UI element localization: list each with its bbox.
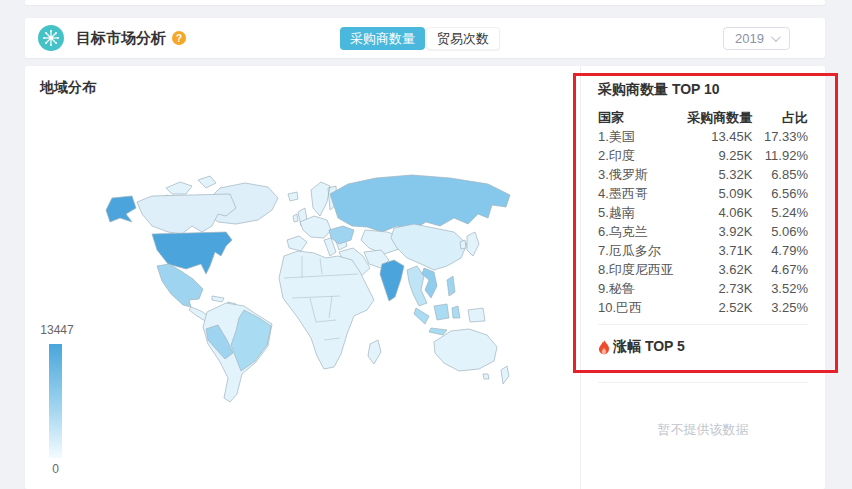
country-cell: 2.印度 [598,146,674,165]
philippines [447,276,455,296]
tab-trade-times[interactable]: 贸易次数 [426,27,500,50]
share-cell: 6.85% [752,165,808,184]
top10-panel: 采购商数量 TOP 10 国家 采购商数量 占比 1.美国 13.45K 17.… [581,66,825,489]
new-zealand-tasmania [483,366,509,384]
share-cell: 4.79% [752,241,808,260]
value-cell: 9.25K [674,146,753,165]
value-cell: 13.45K [674,127,753,146]
value-cell: 5.32K [674,165,753,184]
country-cell: 6.乌克兰 [598,222,674,241]
metric-toggle-group: 采购商数量 贸易次数 [340,27,500,50]
module-header-card: 目标市场分析 ? 采购商数量 贸易次数 2019 [25,18,825,58]
top10-title: 采购商数量 TOP 10 [598,81,808,97]
flame-icon [598,340,610,355]
iberia [287,236,307,251]
share-cell: 17.33% [752,127,808,146]
year-dropdown-value: 2019 [735,31,764,46]
table-row[interactable]: 4.墨西哥 5.09K 6.56% [598,184,808,203]
country-cell: 5.越南 [598,203,674,222]
share-cell: 5.24% [752,203,808,222]
share-cell: 3.52% [752,279,808,298]
page-title: 目标市场分析 [76,29,166,48]
world-choropleth-map[interactable] [40,150,565,425]
col-share: 占比 [752,108,808,127]
col-value: 采购商数量 [674,108,753,127]
table-row[interactable]: 2.印度 9.25K 11.92% [598,146,808,165]
legend-min-label: 0 [43,462,68,476]
analysis-card: 地域分布 13 [25,66,825,489]
tab-purchaser-count[interactable]: 采购商数量 [340,27,425,50]
table-row[interactable]: 7.厄瓜多尔 3.71K 4.79% [598,241,808,260]
country-cell: 3.俄罗斯 [598,165,674,184]
table-row[interactable]: 6.乌克兰 3.92K 5.06% [598,222,808,241]
table-row[interactable]: 8.印度尼西亚 3.62K 4.67% [598,260,808,279]
country-canada[interactable] [137,194,236,234]
country-india[interactable] [380,260,404,301]
share-cell: 6.56% [752,184,808,203]
share-cell: 5.06% [752,222,808,241]
share-cell: 3.25% [752,298,808,317]
new-guinea [468,308,485,322]
value-cell: 2.52K [674,298,753,317]
australia [434,329,497,371]
value-cell: 3.62K [674,260,753,279]
country-cell: 1.美国 [598,127,674,146]
country-vietnam[interactable] [422,268,437,298]
module-avatar [38,25,64,51]
share-cell: 4.67% [752,260,808,279]
legend-max-label: 13447 [35,323,79,337]
top10-table: 国家 采购商数量 占比 1.美国 13.45K 17.33% 2.印度 9.2 [598,108,808,317]
country-cell: 8.印度尼西亚 [598,260,674,279]
country-indonesia[interactable] [414,304,460,335]
value-cell: 3.92K [674,222,753,241]
madagascar [368,340,381,364]
table-row[interactable]: 10.巴西 2.52K 3.25% [598,298,808,317]
value-cell: 2.73K [674,279,753,298]
value-cell: 4.06K [674,203,753,222]
value-cell: 5.09K [674,184,753,203]
value-cell: 3.71K [674,241,753,260]
rise-title-text: 涨幅 TOP 5 [613,338,685,356]
map-section-title: 地域分布 [40,79,96,97]
network-hub-icon [42,29,60,47]
color-legend-bar [49,344,62,458]
share-cell: 11.92% [752,146,808,165]
country-usa-alaska[interactable] [106,196,136,222]
module-brand: 目标市场分析 ? [38,25,186,51]
country-cell: 10.巴西 [598,298,674,317]
table-row[interactable]: 3.俄罗斯 5.32K 6.85% [598,165,808,184]
country-mexico[interactable] [157,264,203,307]
rise-section-title: 涨幅 TOP 5 [598,338,808,356]
table-row[interactable]: 1.美国 13.45K 17.33% [598,127,808,146]
country-russia[interactable] [330,175,510,232]
top10-header-row: 国家 采购商数量 占比 [598,108,808,127]
table-row[interactable]: 5.越南 4.06K 5.24% [598,203,808,222]
previous-card-edge [25,0,825,5]
year-dropdown[interactable]: 2019 [723,27,790,50]
empty-data-message: 暂不提供该数据 [598,421,808,439]
chevron-down-icon [771,32,781,42]
section-divider-2 [598,382,808,383]
country-cell: 4.墨西哥 [598,184,674,203]
country-iceland [288,192,298,201]
col-country: 国家 [598,108,674,127]
country-ukraine[interactable] [329,226,354,244]
table-row[interactable]: 9.秘鲁 2.73K 3.52% [598,279,808,298]
section-divider [598,324,808,325]
country-cell: 9.秘鲁 [598,279,674,298]
country-china[interactable] [391,224,467,270]
help-icon[interactable]: ? [172,31,186,45]
country-cell: 7.厄瓜多尔 [598,241,674,260]
